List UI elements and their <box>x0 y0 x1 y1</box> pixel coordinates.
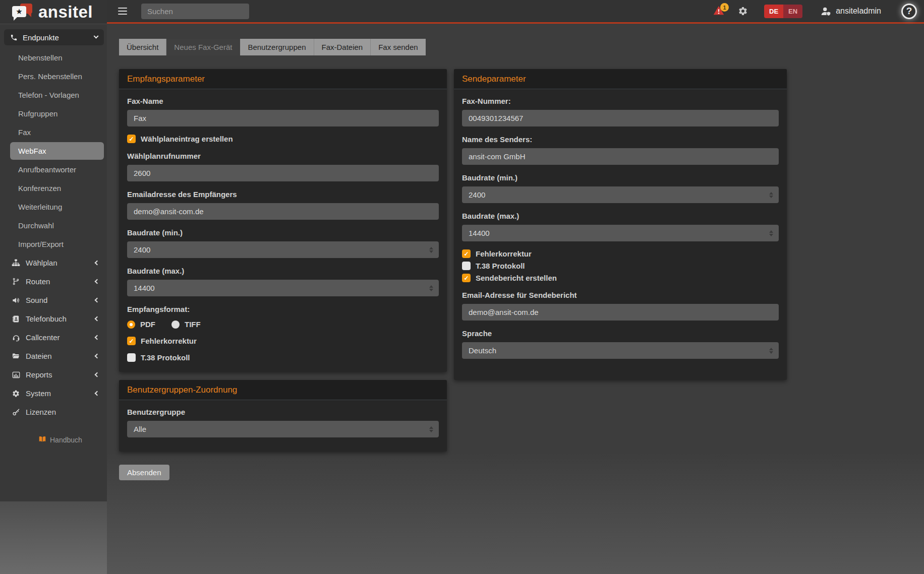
headset-icon <box>11 334 21 342</box>
sidebar-item-label: Routen <box>26 277 50 286</box>
sendebericht-label: Sendebericht erstellen <box>476 274 557 282</box>
chevron-left-icon <box>95 335 100 340</box>
benutzergruppe-select[interactable]: Alle <box>127 421 439 437</box>
sidebar-item-webfax[interactable]: WebFax <box>10 142 104 160</box>
tiff-radio-label: TIFF <box>185 320 201 329</box>
absenden-button[interactable]: Absenden <box>119 465 169 480</box>
right-column: Sendeparameter Fax-Nummer: Name des Send… <box>454 69 787 380</box>
fehlerkorrektur-checkbox[interactable]: ✓ <box>127 337 136 345</box>
sidebar-item-waehlplan[interactable]: Wählplan <box>0 253 107 272</box>
benutzergruppen-panel: Benutzergruppen-Zuordnung Benutzergruppe… <box>119 380 447 452</box>
send-fehlerkorrektur-row: ✓ Fehlerkorrektur <box>462 249 779 258</box>
sidebar-item-fax[interactable]: Fax <box>0 123 107 142</box>
fax-name-input[interactable] <box>127 110 439 126</box>
fax-nummer-input[interactable] <box>462 110 779 126</box>
sidebar-item-import-export[interactable]: Import/Export <box>0 235 107 253</box>
alerts-button[interactable]: 1 <box>713 5 726 17</box>
sprache-label: Sprache <box>462 329 779 338</box>
gear-icon[interactable] <box>738 6 748 16</box>
fax-name-label: Fax-Name <box>127 97 439 105</box>
sidebar-item-label: Sound <box>26 296 47 304</box>
tiff-radio[interactable] <box>171 321 180 329</box>
send-t38-checkbox[interactable]: ✓ <box>462 262 471 270</box>
sidebar-item-reports[interactable]: Reports <box>0 365 107 384</box>
sidebar-item-sound[interactable]: Sound <box>0 291 107 309</box>
sidebar-item-dateien[interactable]: Dateien <box>0 347 107 365</box>
question-mark-icon: ? <box>906 6 912 17</box>
empfangsformat-radios: PDF TIFF <box>127 320 439 329</box>
panel-header: Sendeparameter <box>454 69 787 89</box>
help-button[interactable]: ? <box>901 4 917 19</box>
sidebar-item-konferenzen[interactable]: Konferenzen <box>0 179 107 198</box>
language-de-button[interactable]: DE <box>764 5 783 18</box>
panel-title: Sendeparameter <box>462 74 526 84</box>
topbar: ★ ansitel 1 <box>0 0 924 24</box>
email-empfaenger-input[interactable] <box>127 203 439 220</box>
alert-count-badge: 1 <box>720 3 729 12</box>
chevron-left-icon <box>95 354 100 359</box>
send-fehlerkorrektur-checkbox[interactable]: ✓ <box>462 249 471 258</box>
user-menu[interactable]: ansiteladmin <box>820 6 881 17</box>
logo-speech-bubble-white: ★ <box>12 6 26 17</box>
sidebar-item-weiterleitung[interactable]: Weiterleitung <box>0 198 107 216</box>
sender-name-label: Name des Senders: <box>462 135 779 144</box>
brand-logo[interactable]: ★ ansitel <box>0 0 107 24</box>
chevron-left-icon <box>95 261 100 266</box>
send-baudrate-min-select[interactable]: 2400 <box>462 186 779 203</box>
baudrate-min-label: Baudrate (min.) <box>127 228 439 237</box>
sidebar-item-anrufbeantworter[interactable]: Anrufbeantworter <box>0 160 107 179</box>
t38-checkbox[interactable]: ✓ <box>127 353 136 362</box>
wahlplanrufnummer-input[interactable] <box>127 165 439 181</box>
wahlplaneintrag-checkbox[interactable]: ✓ <box>127 135 136 143</box>
tab-benutzergruppen[interactable]: Benutzergruppen <box>240 39 314 55</box>
sidebar-item-telefonbuch[interactable]: Telefonbuch <box>0 309 107 328</box>
t38-label: T.38 Protokoll <box>141 353 190 362</box>
sprache-select[interactable]: Deutsch <box>462 342 779 359</box>
tab-uebersicht[interactable]: Übersicht <box>119 39 166 55</box>
sidebar-item-durchwahl[interactable]: Durchwahl <box>0 216 107 235</box>
volume-icon <box>11 296 21 304</box>
send-baudrate-max-label: Baudrate (max.) <box>462 212 779 220</box>
baudrate-min-select[interactable]: 2400 <box>127 241 439 258</box>
panel-header: Empfangsparameter <box>119 69 447 89</box>
sidebar-item-system[interactable]: System <box>0 384 107 403</box>
pdf-radio[interactable] <box>127 321 135 329</box>
send-baudrate-max-select[interactable]: 14400 <box>462 225 779 241</box>
key-icon <box>11 408 21 416</box>
sidebar-item-telefon-vorlagen[interactable]: Telefon - Vorlagen <box>0 86 107 104</box>
sidebar-item-handbuch[interactable]: Handbuch <box>0 430 107 449</box>
sidebar-item-label: Callcenter <box>26 333 60 342</box>
sidebar-item-label: Handbuch <box>50 436 82 444</box>
language-switcher: DE EN <box>764 5 802 18</box>
sidebar-item-pers-nebenstellen[interactable]: Pers. Nebenstellen <box>0 67 107 86</box>
sender-name-input[interactable] <box>462 148 779 165</box>
fax-nummer-label: Fax-Nummer: <box>462 97 779 105</box>
sidebar-item-routen[interactable]: Routen <box>0 272 107 291</box>
sidebar-item-label: System <box>26 389 51 398</box>
hamburger-menu-icon[interactable] <box>118 8 127 15</box>
sidebar-item-callcenter[interactable]: Callcenter <box>0 328 107 347</box>
sidebar-item-nebenstellen[interactable]: Nebenstellen <box>0 48 107 67</box>
sendebericht-checkbox[interactable]: ✓ <box>462 274 471 282</box>
address-book-icon <box>11 315 21 323</box>
sidebar-nav: Endpunkte Nebenstellen Pers. Nebenstelle… <box>0 24 107 501</box>
select-spinner-icon <box>769 230 773 236</box>
search-input[interactable] <box>141 4 249 19</box>
select-spinner-icon <box>769 348 773 354</box>
tab-fax-dateien[interactable]: Fax-Dateien <box>314 39 371 55</box>
email-sendebericht-input[interactable] <box>462 304 779 321</box>
baudrate-max-select[interactable]: 14400 <box>127 280 439 296</box>
sidebar-item-lizenzen[interactable]: Lizenzen <box>0 403 107 421</box>
sidebar-item-endpunkte[interactable]: Endpunkte <box>4 29 104 45</box>
wahlplaneintrag-label: Wählplaneintrag erstellen <box>141 135 233 143</box>
fehlerkorrektur-row: ✓ Fehlerkorrektur <box>127 337 439 345</box>
tab-fax-senden[interactable]: Fax senden <box>371 39 425 55</box>
sidebar-item-label: Wählplan <box>26 259 57 267</box>
language-en-button[interactable]: EN <box>783 5 802 18</box>
left-column: Empfangsparameter Fax-Name ✓ Wählplanein… <box>119 69 447 480</box>
sidebar-item-rufgruppen[interactable]: Rufgruppen <box>0 104 107 123</box>
sidebar-item-label: Reports <box>26 370 52 379</box>
folder-open-icon <box>11 352 21 360</box>
tab-neues-fax-geraet[interactable]: Neues Fax-Gerät <box>166 39 240 55</box>
book-icon <box>38 435 46 444</box>
